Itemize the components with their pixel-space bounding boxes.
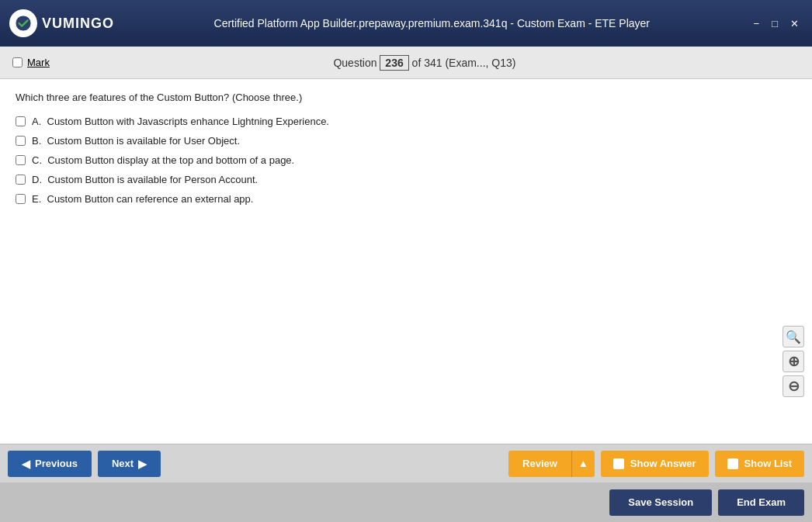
minimize-button[interactable]: − bbox=[750, 16, 764, 31]
logo: VUMINGO bbox=[9, 9, 114, 37]
logo-icon bbox=[9, 9, 37, 37]
answer-option-d: D. Custom Button is available for Person… bbox=[16, 174, 796, 185]
question-of-label: of 341 (Exam..., Q13) bbox=[412, 57, 516, 69]
question-header: Mark Question 236 of 341 (Exam..., Q13) bbox=[0, 47, 812, 79]
checkbox-option-b[interactable] bbox=[16, 136, 26, 146]
previous-label: Previous bbox=[35, 458, 78, 469]
answer-option-c: C. Custom Button display at the top and … bbox=[16, 154, 796, 166]
review-button[interactable]: Review bbox=[508, 451, 571, 477]
end-exam-button[interactable]: End Exam bbox=[718, 489, 804, 516]
question-text: Which three are features of the Custom B… bbox=[16, 92, 796, 103]
question-label: Question bbox=[333, 57, 377, 69]
zoom-in-button[interactable]: ⊕ bbox=[783, 351, 804, 372]
window-title: Certified Platform App Builder.prepaway.… bbox=[114, 17, 750, 29]
option-label-b: B. Custom Button is available for User O… bbox=[32, 135, 240, 147]
bottom-action-bar: Save Session End Exam bbox=[0, 482, 812, 522]
main-content: Which three are features of the Custom B… bbox=[0, 79, 812, 444]
previous-arrow-icon: ◀ bbox=[22, 458, 30, 470]
options-container: A. Custom Button with Javascripts enhanc… bbox=[16, 116, 796, 205]
title-bar: VUMINGO Certified Platform App Builder.p… bbox=[0, 0, 812, 47]
checkbox-option-e[interactable] bbox=[16, 194, 26, 204]
window-controls: − □ ✕ bbox=[750, 16, 803, 31]
checkbox-option-c[interactable] bbox=[16, 155, 26, 165]
checkbox-option-d[interactable] bbox=[16, 175, 26, 185]
option-label-d: D. Custom Button is available for Person… bbox=[32, 174, 258, 185]
answer-option-a: A. Custom Button with Javascripts enhanc… bbox=[16, 116, 796, 127]
previous-button[interactable]: ◀ Previous bbox=[8, 451, 92, 477]
show-answer-button[interactable]: Show Answer bbox=[601, 451, 709, 477]
review-group: Review ▲ bbox=[508, 451, 595, 477]
zoom-controls: 🔍 ⊕ ⊖ bbox=[783, 326, 804, 397]
option-label-a: A. Custom Button with Javascripts enhanc… bbox=[32, 116, 329, 127]
checkbox-option-a[interactable] bbox=[16, 116, 26, 126]
review-dropdown-button[interactable]: ▲ bbox=[571, 451, 595, 477]
show-list-label: Show List bbox=[744, 458, 792, 469]
mark-checkbox-input[interactable] bbox=[12, 57, 23, 67]
option-label-e: E. Custom Button can reference an extern… bbox=[32, 193, 253, 205]
bottom-nav: ◀ Previous Next ▶ Review ▲ Show Answer S… bbox=[0, 444, 812, 482]
answer-option-b: B. Custom Button is available for User O… bbox=[16, 135, 796, 147]
maximize-button[interactable]: □ bbox=[768, 16, 782, 31]
option-label-c: C. Custom Button display at the top and … bbox=[32, 154, 294, 166]
answer-option-e: E. Custom Button can reference an extern… bbox=[16, 193, 796, 205]
search-icon[interactable]: 🔍 bbox=[783, 326, 804, 347]
save-session-button[interactable]: Save Session bbox=[609, 489, 712, 516]
close-button[interactable]: ✕ bbox=[786, 16, 803, 31]
show-list-button[interactable]: Show List bbox=[715, 451, 804, 477]
review-label: Review bbox=[522, 458, 557, 469]
next-label: Next bbox=[112, 458, 134, 469]
svg-point-0 bbox=[16, 16, 31, 31]
next-arrow-icon: ▶ bbox=[138, 458, 147, 470]
logo-text: VUMINGO bbox=[42, 16, 114, 32]
question-info: Question 236 of 341 (Exam..., Q13) bbox=[50, 55, 800, 71]
review-dropdown-icon: ▲ bbox=[578, 458, 588, 469]
question-number: 236 bbox=[380, 55, 408, 71]
zoom-out-button[interactable]: ⊖ bbox=[783, 375, 804, 397]
show-answer-icon bbox=[613, 458, 624, 469]
mark-checkbox-label[interactable]: Mark bbox=[12, 57, 50, 68]
show-list-icon bbox=[727, 458, 738, 469]
mark-label: Mark bbox=[27, 57, 50, 68]
next-button[interactable]: Next ▶ bbox=[98, 451, 161, 477]
show-answer-label: Show Answer bbox=[630, 458, 696, 469]
